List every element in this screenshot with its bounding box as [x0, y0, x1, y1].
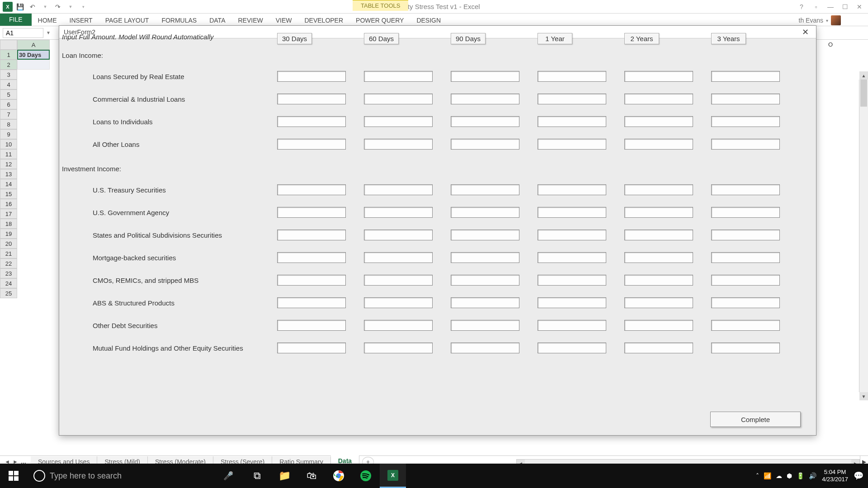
loan-input-r1-c4[interactable] — [624, 94, 693, 104]
invest-input-r3-c2[interactable] — [451, 252, 519, 263]
loan-input-r1-c1[interactable] — [364, 94, 433, 104]
loan-input-r0-c2[interactable] — [451, 71, 519, 82]
invest-input-r5-c2[interactable] — [451, 297, 519, 308]
row-header-18[interactable]: 18 — [0, 219, 17, 229]
invest-input-r4-c0[interactable] — [277, 275, 346, 286]
loan-input-r2-c3[interactable] — [538, 116, 606, 127]
notifications-icon[interactable]: 💬 — [854, 471, 863, 481]
row-header-12[interactable]: 12 — [0, 159, 17, 169]
loan-input-r3-c5[interactable] — [711, 139, 780, 150]
invest-input-r1-c1[interactable] — [364, 207, 433, 218]
file-explorer-icon[interactable]: 📁 — [271, 464, 297, 488]
loan-input-r1-c2[interactable] — [451, 94, 519, 104]
row-header-19[interactable]: 19 — [0, 229, 17, 239]
ribbon-tab-insert[interactable]: INSERT — [63, 15, 99, 26]
invest-input-r7-c1[interactable] — [364, 343, 433, 353]
ribbon-tab-developer[interactable]: DEVELOPER — [298, 15, 349, 26]
invest-input-r4-c3[interactable] — [538, 275, 606, 286]
invest-input-r0-c0[interactable] — [277, 184, 346, 195]
excel-taskbar-icon[interactable]: X — [380, 464, 406, 488]
loan-input-r3-c4[interactable] — [624, 139, 693, 150]
loan-input-r2-c5[interactable] — [711, 116, 780, 127]
dropbox-icon[interactable]: ⬢ — [787, 472, 792, 479]
invest-input-r2-c3[interactable] — [538, 230, 606, 240]
undo-button[interactable]: ↶ — [27, 1, 38, 12]
select-all-corner[interactable] — [0, 40, 17, 50]
row-header-17[interactable]: 17 — [0, 209, 17, 219]
invest-input-r4-c5[interactable] — [711, 275, 780, 286]
task-view-icon[interactable]: ⧉ — [244, 464, 270, 488]
row-header-13[interactable]: 13 — [0, 169, 17, 179]
invest-input-r6-c0[interactable] — [277, 320, 346, 331]
row-header-7[interactable]: 7 — [0, 109, 17, 119]
chrome-icon[interactable] — [326, 464, 352, 488]
row-header-3[interactable]: 3 — [0, 70, 17, 80]
row-header-14[interactable]: 14 — [0, 179, 17, 189]
invest-input-r5-c4[interactable] — [624, 297, 693, 308]
col-header-o[interactable]: O — [828, 41, 833, 48]
row-header-8[interactable]: 8 — [0, 119, 17, 129]
scroll-thumb[interactable] — [860, 80, 867, 107]
vertical-scrollbar[interactable]: ▲ ▼ — [859, 80, 868, 392]
invest-input-r2-c0[interactable] — [277, 230, 346, 240]
spotify-icon[interactable] — [353, 464, 379, 488]
ribbon-display-icon[interactable]: ▫ — [810, 2, 822, 11]
row-header-23[interactable]: 23 — [0, 268, 17, 278]
scroll-down-icon[interactable]: ▼ — [859, 392, 868, 400]
complete-button[interactable]: Complete — [710, 412, 801, 427]
invest-input-r7-c2[interactable] — [451, 343, 519, 353]
loan-input-r1-c3[interactable] — [538, 94, 606, 104]
invest-input-r7-c5[interactable] — [711, 343, 780, 353]
cell-a2[interactable] — [17, 60, 50, 70]
invest-input-r3-c3[interactable] — [538, 252, 606, 263]
undo-dropdown[interactable]: ▼ — [40, 1, 51, 12]
invest-input-r1-c2[interactable] — [451, 207, 519, 218]
table-tools-tab[interactable]: TABLE TOOLS — [353, 0, 408, 11]
row-header-20[interactable]: 20 — [0, 239, 17, 249]
loan-input-r3-c3[interactable] — [538, 139, 606, 150]
row-header-9[interactable]: 9 — [0, 129, 17, 139]
redo-dropdown[interactable]: ▼ — [65, 1, 76, 12]
invest-input-r5-c3[interactable] — [538, 297, 606, 308]
tray-chevron-icon[interactable]: ˄ — [756, 472, 759, 479]
invest-input-r6-c5[interactable] — [711, 320, 780, 331]
battery-icon[interactable]: 🔋 — [797, 472, 804, 479]
account-dropdown-icon[interactable]: ▾ — [826, 18, 828, 23]
taskbar-search[interactable]: Type here to search 🎤 — [27, 467, 240, 485]
invest-input-r6-c4[interactable] — [624, 320, 693, 331]
loan-input-r2-c4[interactable] — [624, 116, 693, 127]
invest-input-r5-c1[interactable] — [364, 297, 433, 308]
col-header-a[interactable]: A — [17, 40, 50, 50]
help-icon[interactable]: ? — [796, 2, 807, 11]
minimize-button[interactable]: — — [825, 2, 836, 11]
name-box-dropdown-icon[interactable]: ▼ — [46, 30, 53, 35]
invest-input-r4-c1[interactable] — [364, 275, 433, 286]
loan-input-r0-c0[interactable] — [277, 71, 346, 82]
loan-input-r3-c2[interactable] — [451, 139, 519, 150]
invest-input-r6-c3[interactable] — [538, 320, 606, 331]
invest-input-r2-c5[interactable] — [711, 230, 780, 240]
loan-input-r2-c2[interactable] — [451, 116, 519, 127]
row-header-24[interactable]: 24 — [0, 278, 17, 288]
ribbon-tab-page-layout[interactable]: PAGE LAYOUT — [99, 15, 156, 26]
loan-input-r0-c4[interactable] — [624, 71, 693, 82]
row-header-25[interactable]: 25 — [0, 288, 17, 298]
account-name[interactable]: th Evans — [799, 17, 823, 24]
save-button[interactable]: 💾 — [14, 1, 25, 12]
row-header-10[interactable]: 10 — [0, 139, 17, 149]
invest-input-r0-c5[interactable] — [711, 184, 780, 195]
row-header-2[interactable]: 2 — [0, 60, 17, 70]
loan-input-r1-c5[interactable] — [711, 94, 780, 104]
invest-input-r7-c4[interactable] — [624, 343, 693, 353]
invest-input-r4-c4[interactable] — [624, 275, 693, 286]
invest-input-r1-c5[interactable] — [711, 207, 780, 218]
close-window-button[interactable]: ✕ — [854, 2, 865, 11]
ribbon-tab-design[interactable]: DESIGN — [410, 15, 447, 26]
invest-input-r2-c1[interactable] — [364, 230, 433, 240]
row-header-22[interactable]: 22 — [0, 258, 17, 268]
loan-input-r0-c5[interactable] — [711, 71, 780, 82]
invest-input-r3-c4[interactable] — [624, 252, 693, 263]
loan-input-r3-c0[interactable] — [277, 139, 346, 150]
invest-input-r7-c3[interactable] — [538, 343, 606, 353]
invest-input-r2-c2[interactable] — [451, 230, 519, 240]
